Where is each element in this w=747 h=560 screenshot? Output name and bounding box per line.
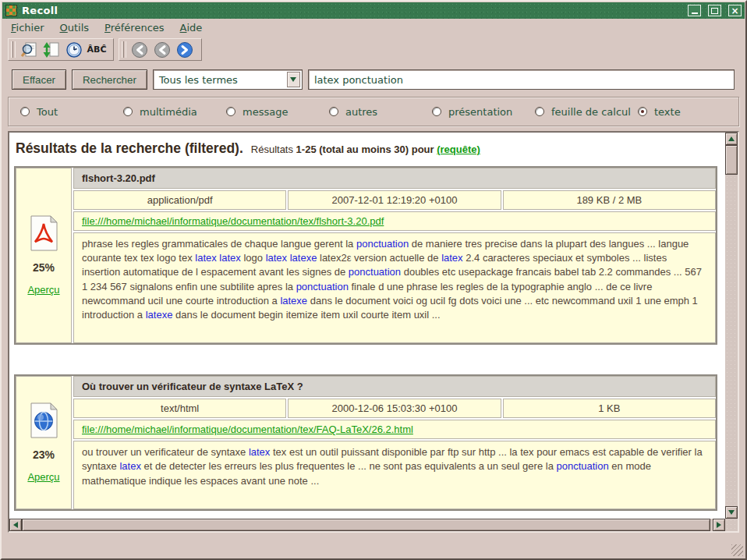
radio-icon[interactable] (432, 107, 441, 116)
html-file-icon[interactable] (28, 402, 59, 438)
filter-label: message (243, 106, 288, 118)
results-summary: Résultats 1-25 (total au moins 30) pour … (251, 144, 480, 155)
result-url-link[interactable]: file:///home/michael/informatique/docume… (82, 215, 384, 227)
scroll-up-button[interactable] (725, 133, 738, 145)
radio-icon[interactable] (123, 107, 133, 116)
radio-icon[interactable] (535, 107, 544, 116)
resize-grip[interactable] (731, 544, 743, 556)
previous-page-icon[interactable] (153, 41, 172, 59)
result-size: 189 KB / 2 MB (503, 190, 716, 210)
filter-label: multimédia (140, 106, 197, 118)
recoll-window: Recoll × Fichier Outils Préférences Aide (0, 0, 747, 560)
filter-message[interactable]: message (226, 106, 329, 118)
close-button[interactable]: × (728, 5, 742, 16)
filter-label: présentation (448, 106, 512, 118)
clear-button[interactable]: Effacer (12, 69, 66, 90)
filter-feuille-de-calcul[interactable]: feuille de calcul (535, 106, 638, 118)
filter-frame: Tout multimédia message autres présentat… (8, 97, 739, 126)
filter-multimedia[interactable]: multimédia (123, 106, 226, 118)
result-date: 2007-12-01 12:19:20 +0100 (288, 190, 501, 210)
scroll-left-button[interactable] (9, 519, 22, 531)
first-page-icon[interactable] (130, 41, 149, 59)
filter-label: autres (345, 106, 377, 118)
result-size: 1 KB (503, 399, 716, 418)
arrow-right-icon (717, 522, 721, 528)
search-button[interactable]: Rechercher (72, 69, 147, 90)
preview-link[interactable]: Aperçu (27, 284, 59, 296)
result-title: flshort-3.20.pdf (73, 168, 716, 189)
scrollbar-corner (725, 519, 738, 531)
arrow-left-icon (13, 522, 18, 528)
menu-preferences[interactable]: Préférences (97, 19, 172, 37)
toolbar-grip[interactable] (122, 41, 126, 58)
filter-autres[interactable]: autres (329, 106, 432, 118)
results-list: Résultats de la recherche (filtered). Ré… (9, 133, 725, 519)
minimize-icon (692, 12, 698, 14)
app-checker-icon (5, 5, 17, 16)
horizontal-scrollbar[interactable] (9, 519, 725, 531)
result-side-panel: 25% Aperçu (16, 168, 72, 343)
minimize-button[interactable] (688, 5, 701, 16)
filter-texte[interactable]: texte (638, 106, 681, 118)
titlebar: Recoll × (2, 2, 745, 19)
snippet-text: phrase les regles grammaticales de chaqu… (73, 232, 716, 343)
result-mime: application/pdf (73, 190, 286, 210)
search-input[interactable] (308, 69, 735, 90)
result-item: 25% Aperçu flshort-3.20.pdf application/… (14, 166, 717, 345)
term-explorer-icon[interactable]: ÂBĈ (87, 41, 106, 59)
search-mode-value: Tous les termes (159, 74, 238, 86)
pdf-file-icon[interactable] (28, 215, 59, 251)
preview-link[interactable]: Aperçu (27, 471, 59, 483)
filter-presentation[interactable]: présentation (432, 106, 535, 118)
result-title: Où trouver un vérificateur de syntaxe La… (73, 376, 716, 397)
result-url-row: file:///home/michael/informatique/docume… (73, 211, 716, 231)
menubar: Fichier Outils Préférences Aide (2, 19, 745, 37)
maximize-button[interactable] (708, 5, 721, 16)
horizontal-scroll-thumb[interactable] (22, 519, 710, 531)
menu-outils[interactable]: Outils (52, 19, 97, 37)
result-side-panel: 23% Aperçu (16, 376, 72, 509)
results-frame: Résultats de la recherche (filtered). Ré… (8, 131, 739, 533)
radio-icon[interactable] (20, 107, 30, 116)
scroll-right-button[interactable] (713, 519, 725, 531)
filter-label: Tout (37, 106, 58, 118)
filter-label: feuille de calcul (551, 106, 631, 118)
clock-history-icon[interactable] (65, 41, 83, 59)
arrow-up-icon (728, 136, 735, 141)
result-url-link[interactable]: file:///home/michael/informatique/docume… (82, 424, 413, 435)
result-date: 2000-12-06 15:03:30 +0100 (288, 399, 501, 418)
document-search-icon[interactable] (19, 41, 38, 59)
search-mode-select[interactable]: Tous les termes (153, 69, 303, 90)
radio-icon[interactable] (226, 107, 235, 116)
window-title: Recoll (22, 5, 681, 16)
document-update-icon[interactable] (42, 41, 61, 59)
scroll-down-button[interactable] (725, 506, 738, 519)
toolbar-group-main: ÂBĈ (8, 38, 114, 61)
filter-tout[interactable]: Tout (20, 106, 123, 118)
close-icon: × (731, 6, 738, 16)
arrow-down-icon (728, 510, 735, 515)
relevance-percent: 25% (33, 261, 55, 274)
toolbar-grip[interactable] (11, 41, 16, 58)
radio-icon[interactable] (329, 107, 338, 116)
menu-aide[interactable]: Aide (172, 19, 211, 37)
radio-icon[interactable] (638, 107, 647, 116)
results-title: Résultats de la recherche (filtered). (16, 140, 243, 157)
toolbar-group-nav (119, 38, 202, 61)
result-mime: text/html (73, 399, 286, 418)
result-url-row: file:///home/michael/informatique/docume… (73, 420, 716, 439)
vertical-scroll-thumb[interactable] (725, 145, 738, 175)
relevance-percent: 23% (33, 448, 55, 461)
snippet-text: ou trouver un verificateur de syntaxe la… (73, 441, 716, 509)
maximize-icon (711, 8, 718, 14)
next-page-icon[interactable] (175, 41, 194, 59)
result-item: 23% Aperçu Où trouver un vérificateur de… (14, 374, 717, 511)
menu-fichier[interactable]: Fichier (3, 19, 52, 37)
results-header: Résultats de la recherche (filtered). Ré… (9, 133, 725, 163)
query-link[interactable]: (requête) (437, 144, 480, 155)
filter-label: texte (654, 106, 681, 118)
vertical-scrollbar[interactable] (725, 133, 738, 519)
result-meta-row: application/pdf 2007-12-01 12:19:20 +010… (73, 190, 716, 210)
search-controls: Effacer Rechercher Tous les termes (2, 62, 745, 91)
chevron-down-icon[interactable] (287, 72, 300, 87)
